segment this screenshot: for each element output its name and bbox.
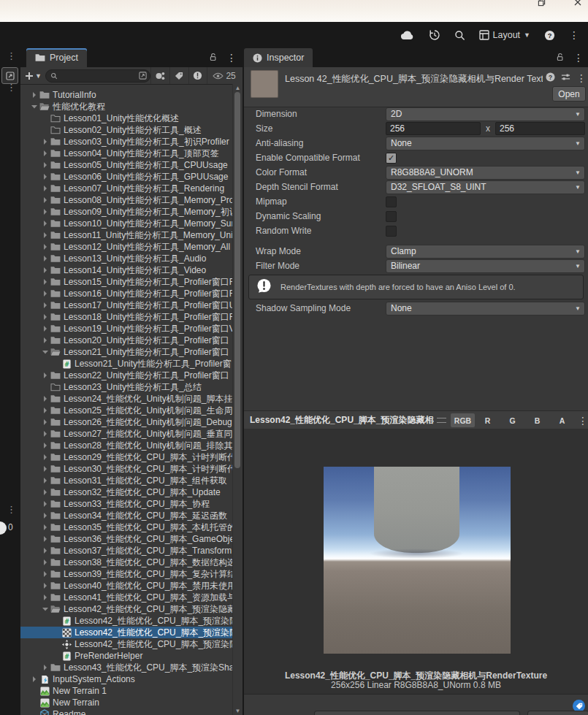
tree-item[interactable]: Lesson27_性能优化_Unity机制问题_垂直同	[20, 428, 233, 440]
expand-arrow-icon[interactable]	[40, 606, 50, 612]
shadow-sampling-mode-dropdown[interactable]: None▼	[386, 302, 585, 316]
preview-drag-handle-icon[interactable]	[437, 418, 446, 423]
expand-arrow-icon[interactable]	[40, 396, 50, 402]
layout-dropdown[interactable]: Layout ▼	[479, 30, 530, 40]
expand-arrow-icon[interactable]	[40, 548, 50, 554]
expand-arrow-icon[interactable]	[40, 571, 50, 577]
dock-handle-icon[interactable]: ⋮	[7, 504, 16, 515]
enable-compatible-format-checkbox[interactable]: ✓	[386, 153, 397, 164]
tree-item[interactable]: Lesson29_性能优化_CPU_脚本_计时判断代	[20, 451, 233, 463]
scroll-down-icon[interactable]: ▼	[233, 708, 243, 714]
expand-arrow-icon[interactable]	[40, 197, 50, 203]
dimension-dropdown[interactable]: 2D▼	[386, 107, 585, 121]
random-write-checkbox[interactable]	[386, 226, 397, 237]
create-asset-button[interactable]: ▼	[20, 72, 45, 80]
tab-project[interactable]: Project	[26, 48, 87, 67]
expand-arrow-icon[interactable]	[40, 478, 50, 483]
tree-item[interactable]: Lesson18_Unity性能分析工具_Profiler窗口F	[20, 311, 233, 323]
tree-item[interactable]: Lesson32_性能优化_CPU_脚本_Update	[20, 486, 233, 498]
tree-item[interactable]: Lesson42_性能优化_CPU_脚本_预渲染隐	[20, 627, 233, 638]
expand-arrow-icon[interactable]	[40, 513, 50, 519]
dynamic-scaling-checkbox[interactable]	[386, 211, 397, 222]
tab-inspector[interactable]: Inspector	[244, 48, 313, 67]
presets-icon[interactable]	[561, 72, 570, 85]
tree-item[interactable]: Lesson16_Unity性能分析工具_Profiler窗口F	[20, 288, 233, 299]
expand-arrow-icon[interactable]	[40, 326, 50, 332]
tree-item[interactable]: #PreRenderHelper	[20, 650, 233, 662]
expand-arrow-icon[interactable]	[40, 221, 50, 226]
expand-arrow-icon[interactable]	[40, 279, 50, 285]
expand-arrow-icon[interactable]	[40, 454, 50, 460]
channel-r-button[interactable]: R	[476, 413, 500, 427]
expand-arrow-icon[interactable]	[40, 501, 50, 507]
expand-arrow-icon[interactable]	[40, 594, 50, 600]
tree-item[interactable]: Lesson19_Unity性能分析工具_Profiler窗口V	[20, 323, 233, 334]
mipmap-checkbox[interactable]	[386, 196, 397, 207]
assetbundle-variant-dropdown[interactable]	[527, 711, 588, 715]
tree-item[interactable]: Lesson08_Unity性能分析工具_Memory_Pro	[20, 194, 233, 206]
expand-arrow-icon[interactable]	[40, 267, 50, 273]
tree-item[interactable]: Lesson21_Unity性能分析工具_Profiler窗口	[20, 346, 233, 358]
expand-arrow-icon[interactable]	[40, 372, 50, 378]
open-button[interactable]: Open	[552, 86, 586, 102]
tree-item[interactable]: New Terrain	[20, 697, 233, 708]
expand-arrow-icon[interactable]	[40, 314, 50, 320]
tree-item[interactable]: Lesson42_性能优化_CPU_脚本_预渲染隐藏	[20, 603, 233, 615]
preview-menu-icon[interactable]: ⋮	[578, 416, 588, 426]
tree-item[interactable]: Lesson07_Unity性能分析工具_Rendering	[20, 183, 233, 194]
channel-a-button[interactable]: A	[550, 413, 574, 427]
unlock-icon[interactable]	[556, 51, 565, 64]
tree-item[interactable]: Lesson43_性能优化_CPU_脚本_预渲染Sha	[20, 662, 233, 673]
window-close-button[interactable]	[572, 0, 584, 7]
channel-b-button[interactable]: B	[525, 413, 549, 427]
collapsed-tab-icon[interactable]	[0, 521, 7, 535]
search-input[interactable]	[45, 69, 150, 83]
tree-item[interactable]: Lesson34_性能优化_CPU_脚本_延迟函数	[20, 510, 233, 521]
tree-item[interactable]: Lesson37_性能优化_CPU_脚本_Transform	[20, 545, 233, 557]
expand-arrow-icon[interactable]	[29, 92, 39, 98]
expand-arrow-icon[interactable]	[40, 443, 50, 448]
tree-item[interactable]: Lesson28_性能优化_Unity机制问题_排除其	[20, 440, 233, 451]
size-width-input[interactable]: 256	[386, 122, 481, 135]
tree-item[interactable]: Lesson15_Unity性能分析工具_Profiler窗口F	[20, 276, 233, 288]
tree-item[interactable]: Lesson41_性能优化_CPU_脚本_资源加载与	[20, 592, 233, 603]
tree-item[interactable]: Lesson36_性能优化_CPU_脚本_GameObje	[20, 533, 233, 545]
expand-arrow-icon[interactable]	[40, 408, 50, 413]
tree-item[interactable]: Lesson24_性能优化_Unity机制问题_脚本挂	[20, 393, 233, 405]
expand-arrow-icon[interactable]	[40, 150, 50, 156]
dock-handle-icon[interactable]: ⋮	[7, 82, 16, 93]
tree-item[interactable]: Lesson25_性能优化_Unity机制问题_生命周	[20, 405, 233, 416]
unlock-icon[interactable]	[209, 51, 218, 64]
expand-arrow-icon[interactable]	[40, 419, 50, 425]
tree-item[interactable]: Lesson06_Unity性能分析工具_GPUUsage	[20, 171, 233, 183]
expand-arrow-icon[interactable]	[40, 337, 50, 343]
tree-item[interactable]: InputSystem_Actions	[20, 673, 233, 685]
tree-item[interactable]: Lesson42_性能优化_CPU_脚本_预渲染隐	[20, 638, 233, 650]
search-importlog-button[interactable]	[188, 67, 207, 84]
tree-item[interactable]: Lesson33_性能优化_CPU_脚本_协程	[20, 498, 233, 510]
tree-item[interactable]: Lesson20_Unity性能分析工具_Profiler窗口	[20, 334, 233, 346]
expand-arrow-icon[interactable]	[40, 524, 50, 530]
tree-item[interactable]: Lesson35_性能优化_CPU_脚本_本机托管的	[20, 521, 233, 533]
expand-arrow-icon[interactable]	[40, 186, 50, 191]
expand-arrow-icon[interactable]	[40, 302, 50, 308]
tree-item[interactable]: New Terrain 1	[20, 685, 233, 697]
hidden-count-button[interactable]: 25	[207, 67, 243, 84]
save-search-icon[interactable]	[139, 72, 147, 80]
color-format-dropdown[interactable]: R8G8B8A8_UNORM▼	[386, 166, 585, 180]
tree-item[interactable]: Lesson22_Unity性能分析工具_Profiler窗口	[20, 370, 233, 381]
tree-item[interactable]: Lesson30_性能优化_CPU_脚本_计时判断代	[20, 463, 233, 475]
expand-arrow-icon[interactable]	[40, 244, 50, 250]
project-menu-icon[interactable]: ⋮	[226, 53, 237, 63]
expand-arrow-icon[interactable]	[40, 209, 50, 215]
expand-arrow-icon[interactable]	[40, 349, 50, 355]
expand-arrow-icon[interactable]	[40, 489, 50, 495]
search-by-label-button[interactable]	[169, 67, 188, 84]
tree-item[interactable]: #Lesson21_Unity性能分析工具_Profiler窗	[20, 358, 233, 370]
channel-g-button[interactable]: G	[500, 413, 524, 427]
wrap-mode-dropdown[interactable]: Clamp▼	[386, 245, 585, 259]
expand-arrow-icon[interactable]	[40, 536, 50, 542]
tree-item[interactable]: Lesson01_Unity性能优化概述	[20, 112, 233, 124]
expand-arrow-icon[interactable]	[40, 431, 50, 437]
tree-item[interactable]: TutorialInfo	[20, 89, 233, 101]
